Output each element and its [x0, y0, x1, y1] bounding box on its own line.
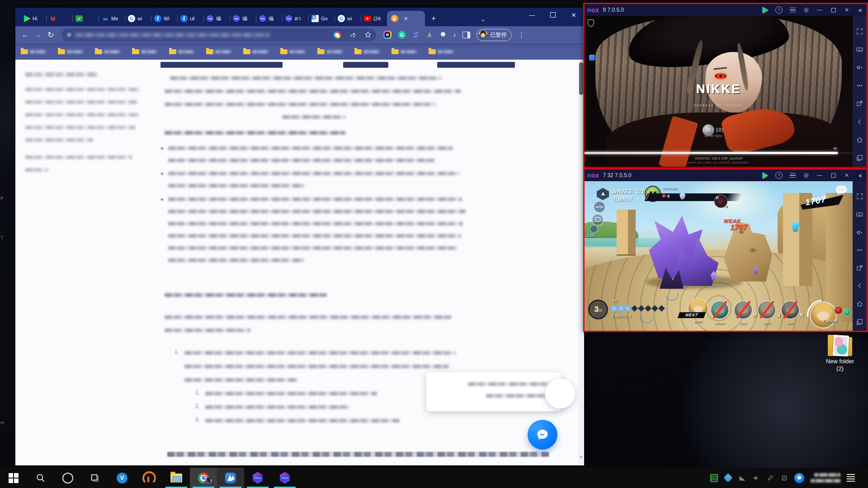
close-icon[interactable]: ✕ — [843, 6, 850, 14]
chat-bubble-button[interactable] — [836, 186, 847, 193]
active-character-portrait[interactable] — [810, 301, 837, 328]
tab-close-icon[interactable]: ✕ — [404, 16, 408, 22]
bookmark-folder[interactable] — [317, 49, 343, 54]
scrollbar-thumb[interactable] — [579, 62, 583, 95]
browser-tab[interactable]: เล่ — [177, 11, 203, 26]
keyboard-icon[interactable] — [853, 206, 867, 224]
collapse-sidebar-icon[interactable]: « — [857, 6, 864, 14]
address-bar[interactable] — [61, 28, 376, 42]
reload-button[interactable]: ↻ — [44, 30, 57, 40]
nox1-title-bar[interactable]: nox 9 7.0.5.0 ? — ✕ « — [585, 4, 867, 16]
bookmark-star-icon[interactable] — [364, 31, 372, 38]
recents-icon[interactable] — [853, 149, 867, 167]
volume-plus-icon[interactable] — [853, 223, 867, 241]
scrollbar-down-arrow[interactable]: ⌄ — [579, 453, 583, 459]
window-maximize-button[interactable] — [542, 8, 563, 22]
cortana-button[interactable] — [54, 468, 81, 488]
tray-blue-diamond-icon[interactable] — [724, 474, 732, 482]
close-icon[interactable]: ✕ — [843, 172, 850, 179]
more-icon[interactable] — [853, 76, 867, 94]
browser-tab[interactable]: wi — [125, 11, 151, 26]
taskbar-openvpn-icon[interactable] — [136, 468, 163, 488]
bookmark-folder[interactable] — [392, 49, 417, 54]
browser-menu-button[interactable]: ⋮ — [517, 31, 526, 39]
buff-p4-icon[interactable]: P — [714, 195, 727, 208]
browser-tab[interactable]: ✕ — [387, 11, 425, 26]
maximize-icon[interactable] — [830, 172, 837, 179]
share-icon[interactable] — [349, 31, 356, 38]
task-view-button[interactable] — [81, 468, 108, 488]
volume-icon[interactable] — [752, 474, 760, 482]
tree-extension-icon[interactable] — [426, 31, 433, 38]
new-tab-button[interactable]: + — [428, 13, 439, 24]
google-lens-icon[interactable] — [333, 31, 341, 39]
menu-icon[interactable] — [789, 172, 796, 179]
party-member-portrait[interactable]: Attack — [710, 300, 729, 319]
open-external-icon[interactable] — [853, 259, 867, 277]
party-member-portrait[interactable]: SkillH — [734, 300, 753, 319]
browser-tab[interactable]: Hi — [20, 11, 46, 26]
tray-small-app-icon[interactable] — [780, 474, 788, 482]
bookmark-folder[interactable] — [429, 49, 454, 54]
browser-tab[interactable]: Me — [99, 11, 125, 26]
bookmark-folder[interactable] — [132, 49, 157, 54]
minimize-icon[interactable]: — — [816, 172, 823, 179]
browser-tab[interactable]: 编 — [203, 11, 230, 26]
help-icon[interactable]: ? — [775, 172, 783, 179]
loop-extension-icon[interactable] — [412, 31, 420, 38]
maximize-icon[interactable] — [830, 6, 837, 14]
pen-icon[interactable] — [766, 474, 774, 482]
extensions-puzzle-icon[interactable] — [439, 31, 447, 38]
browser-tab[interactable]: wi — [335, 11, 361, 26]
browser-tab[interactable]: Wi — [151, 11, 177, 26]
bookmark-folder[interactable] — [280, 49, 306, 54]
party-member-portrait[interactable]: SkillK — [781, 300, 800, 319]
home-icon[interactable] — [853, 295, 867, 313]
minimize-icon[interactable]: — — [816, 6, 823, 14]
faction-badge-green[interactable] — [843, 309, 851, 316]
side-panel-icon[interactable] — [462, 32, 470, 38]
nikke-game-screen[interactable]: NIKKE GODDESS OF VICTORY (10 / 10) Serve… — [585, 16, 853, 167]
settings-gear-icon[interactable] — [802, 6, 810, 14]
nox2-title-bar[interactable]: nox 7 32 7.0.5.0 ? — ✕ « — [585, 169, 867, 181]
tab-search-chevron-icon[interactable]: ⌄ — [481, 16, 486, 23]
browser-tab[interactable]: 编 — [256, 11, 282, 26]
party-member-portrait[interactable]: SkillJ — [757, 300, 776, 319]
notification-center-icon[interactable] — [847, 474, 855, 482]
messenger-chat-button[interactable] — [528, 420, 557, 450]
chat-widget-circle[interactable] — [545, 379, 575, 408]
bookmark-folder[interactable] — [21, 49, 46, 54]
google-play-icon[interactable] — [762, 6, 769, 14]
recents-icon[interactable] — [853, 313, 867, 331]
bookmark-folder[interactable] — [169, 49, 194, 54]
taskbar-nox-icon-2[interactable]: nox — [271, 468, 298, 488]
media-controls-icon[interactable]: ♪ — [453, 32, 456, 38]
browser-tab[interactable] — [72, 11, 99, 26]
start-button[interactable] — [0, 468, 27, 488]
fullscreen-icon[interactable] — [853, 188, 867, 206]
grammarly-extension-icon[interactable]: G — [398, 31, 406, 39]
party-member-portrait[interactable]: NEXTSkill — [688, 298, 708, 319]
browser-tab[interactable] — [46, 11, 72, 26]
settings-gear-icon[interactable] — [802, 172, 810, 179]
bookmark-folder[interactable] — [243, 49, 269, 54]
auto-button[interactable]: AUTO — [594, 201, 605, 213]
menu-icon[interactable] — [789, 6, 796, 14]
open-external-icon[interactable] — [853, 94, 867, 113]
site-info-icon[interactable] — [67, 33, 71, 37]
network-icon[interactable] — [738, 474, 746, 482]
back-icon[interactable] — [853, 277, 867, 295]
back-icon[interactable] — [853, 113, 867, 131]
keyboard-icon[interactable] — [853, 40, 867, 58]
window-close-button[interactable]: ✕ — [563, 8, 584, 22]
taskbar-clock[interactable] — [811, 473, 840, 483]
floating-chip-icon[interactable] — [589, 55, 595, 61]
forward-button[interactable]: → — [32, 30, 44, 39]
search-button[interactable] — [27, 468, 54, 488]
tray-messenger-icon[interactable] — [794, 473, 804, 483]
taskbar-wing-app-icon[interactable] — [217, 468, 244, 488]
target-ring-icon[interactable] — [590, 225, 598, 233]
browser-tab[interactable]: ดา — [282, 11, 308, 26]
google-play-icon[interactable] — [762, 172, 769, 179]
camera-extension-icon[interactable] — [383, 31, 392, 39]
